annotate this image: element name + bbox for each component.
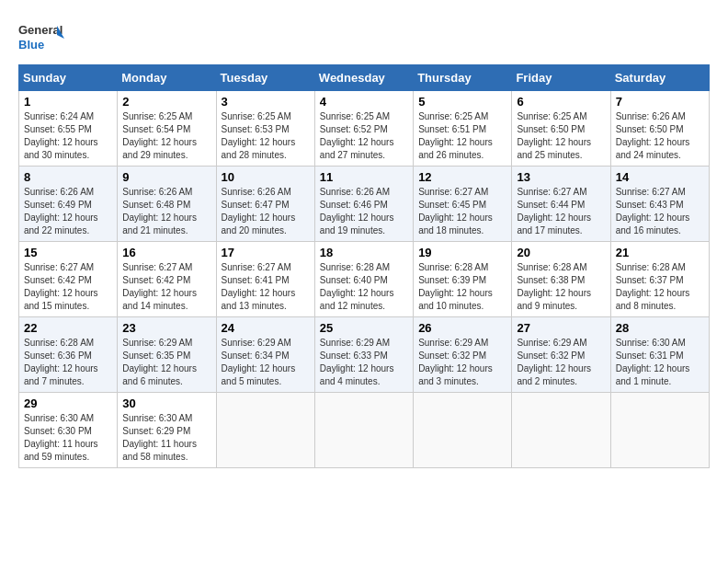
calendar-cell: 5 Sunrise: 6:25 AM Sunset: 6:51 PM Dayli… (414, 91, 512, 167)
calendar-week-row: 29 Sunrise: 6:30 AM Sunset: 6:30 PM Dayl… (19, 393, 710, 468)
day-number: 3 (222, 95, 310, 109)
calendar-cell: 17 Sunrise: 6:27 AM Sunset: 6:41 PM Dayl… (216, 242, 314, 317)
day-number: 27 (517, 321, 605, 335)
day-info: Sunrise: 6:26 AM Sunset: 6:50 PM Dayligh… (616, 110, 704, 162)
day-info: Sunrise: 6:27 AM Sunset: 6:42 PM Dayligh… (24, 261, 112, 313)
calendar-week-row: 1 Sunrise: 6:24 AM Sunset: 6:55 PM Dayli… (19, 91, 710, 167)
day-number: 28 (616, 321, 704, 335)
calendar-cell: 23 Sunrise: 6:29 AM Sunset: 6:35 PM Dayl… (118, 317, 216, 393)
day-info: Sunrise: 6:29 AM Sunset: 6:32 PM Dayligh… (418, 337, 506, 388)
svg-text:General: General (18, 23, 63, 37)
day-number: 16 (122, 246, 210, 259)
day-number: 18 (320, 246, 408, 259)
day-number: 13 (517, 170, 605, 184)
day-number: 12 (418, 170, 506, 184)
day-number: 2 (122, 95, 210, 109)
day-number: 25 (320, 321, 408, 335)
day-info: Sunrise: 6:30 AM Sunset: 6:29 PM Dayligh… (122, 412, 210, 464)
logo-svg: General Blue (18, 18, 64, 55)
day-number: 4 (320, 95, 408, 109)
day-info: Sunrise: 6:25 AM Sunset: 6:54 PM Dayligh… (122, 110, 210, 162)
calendar-cell: 7 Sunrise: 6:26 AM Sunset: 6:50 PM Dayli… (610, 91, 709, 167)
day-info: Sunrise: 6:25 AM Sunset: 6:52 PM Dayligh… (320, 110, 408, 162)
day-number: 14 (616, 170, 704, 184)
day-number: 21 (616, 246, 704, 259)
day-info: Sunrise: 6:25 AM Sunset: 6:53 PM Dayligh… (222, 110, 310, 162)
day-number: 6 (517, 95, 605, 109)
day-info: Sunrise: 6:29 AM Sunset: 6:33 PM Dayligh… (320, 337, 408, 388)
header-wednesday: Wednesday (314, 65, 413, 91)
day-info: Sunrise: 6:28 AM Sunset: 6:40 PM Dayligh… (320, 261, 408, 313)
calendar-cell: 16 Sunrise: 6:27 AM Sunset: 6:42 PM Dayl… (118, 242, 216, 317)
calendar-cell: 1 Sunrise: 6:24 AM Sunset: 6:55 PM Dayli… (19, 91, 118, 167)
calendar-cell: 20 Sunrise: 6:28 AM Sunset: 6:38 PM Dayl… (512, 242, 610, 317)
calendar-cell: 29 Sunrise: 6:30 AM Sunset: 6:30 PM Dayl… (19, 393, 118, 468)
calendar-cell: 6 Sunrise: 6:25 AM Sunset: 6:50 PM Dayli… (512, 91, 610, 167)
page-header: General Blue (18, 18, 710, 55)
day-number: 15 (24, 246, 112, 259)
calendar-week-row: 8 Sunrise: 6:26 AM Sunset: 6:49 PM Dayli… (19, 167, 710, 242)
calendar-cell: 28 Sunrise: 6:30 AM Sunset: 6:31 PM Dayl… (610, 317, 709, 393)
calendar-cell (414, 393, 512, 468)
calendar-cell: 10 Sunrise: 6:26 AM Sunset: 6:47 PM Dayl… (216, 167, 314, 242)
day-number: 17 (222, 246, 310, 259)
day-number: 1 (24, 95, 112, 109)
day-number: 7 (616, 95, 704, 109)
calendar-cell: 15 Sunrise: 6:27 AM Sunset: 6:42 PM Dayl… (19, 242, 118, 317)
calendar-cell: 24 Sunrise: 6:29 AM Sunset: 6:34 PM Dayl… (216, 317, 314, 393)
header-tuesday: Tuesday (216, 65, 314, 91)
calendar-cell: 4 Sunrise: 6:25 AM Sunset: 6:52 PM Dayli… (314, 91, 413, 167)
calendar-cell: 30 Sunrise: 6:30 AM Sunset: 6:29 PM Dayl… (118, 393, 216, 468)
calendar-cell: 22 Sunrise: 6:28 AM Sunset: 6:36 PM Dayl… (19, 317, 118, 393)
header-friday: Friday (512, 65, 610, 91)
day-number: 24 (222, 321, 310, 335)
calendar-cell: 12 Sunrise: 6:27 AM Sunset: 6:45 PM Dayl… (414, 167, 512, 242)
day-info: Sunrise: 6:30 AM Sunset: 6:31 PM Dayligh… (616, 337, 704, 388)
day-number: 10 (222, 170, 310, 184)
calendar-cell: 18 Sunrise: 6:28 AM Sunset: 6:40 PM Dayl… (314, 242, 413, 317)
day-info: Sunrise: 6:27 AM Sunset: 6:42 PM Dayligh… (122, 261, 210, 313)
day-info: Sunrise: 6:28 AM Sunset: 6:39 PM Dayligh… (418, 261, 506, 313)
day-info: Sunrise: 6:29 AM Sunset: 6:34 PM Dayligh… (222, 337, 310, 388)
calendar-cell: 21 Sunrise: 6:28 AM Sunset: 6:37 PM Dayl… (610, 242, 709, 317)
day-number: 11 (320, 170, 408, 184)
day-number: 26 (418, 321, 506, 335)
day-info: Sunrise: 6:29 AM Sunset: 6:35 PM Dayligh… (122, 337, 210, 388)
day-info: Sunrise: 6:26 AM Sunset: 6:48 PM Dayligh… (122, 186, 210, 237)
svg-text:Blue: Blue (18, 38, 44, 52)
day-number: 23 (122, 321, 210, 335)
day-info: Sunrise: 6:24 AM Sunset: 6:55 PM Dayligh… (24, 110, 112, 162)
header-sunday: Sunday (19, 65, 118, 91)
day-info: Sunrise: 6:28 AM Sunset: 6:38 PM Dayligh… (517, 261, 605, 313)
calendar-cell: 25 Sunrise: 6:29 AM Sunset: 6:33 PM Dayl… (314, 317, 413, 393)
day-info: Sunrise: 6:26 AM Sunset: 6:47 PM Dayligh… (222, 186, 310, 237)
calendar-cell (314, 393, 413, 468)
calendar-cell: 27 Sunrise: 6:29 AM Sunset: 6:32 PM Dayl… (512, 317, 610, 393)
day-info: Sunrise: 6:26 AM Sunset: 6:46 PM Dayligh… (320, 186, 408, 237)
calendar-cell (216, 393, 314, 468)
calendar-week-row: 22 Sunrise: 6:28 AM Sunset: 6:36 PM Dayl… (19, 317, 710, 393)
day-number: 22 (24, 321, 112, 335)
day-number: 5 (418, 95, 506, 109)
day-info: Sunrise: 6:26 AM Sunset: 6:49 PM Dayligh… (24, 186, 112, 237)
calendar-week-row: 15 Sunrise: 6:27 AM Sunset: 6:42 PM Dayl… (19, 242, 710, 317)
day-info: Sunrise: 6:30 AM Sunset: 6:30 PM Dayligh… (24, 412, 112, 464)
calendar-table: SundayMondayTuesdayWednesdayThursdayFrid… (18, 64, 710, 468)
day-info: Sunrise: 6:25 AM Sunset: 6:51 PM Dayligh… (418, 110, 506, 162)
calendar-cell: 11 Sunrise: 6:26 AM Sunset: 6:46 PM Dayl… (314, 167, 413, 242)
day-info: Sunrise: 6:27 AM Sunset: 6:41 PM Dayligh… (222, 261, 310, 313)
day-number: 29 (24, 396, 112, 410)
day-info: Sunrise: 6:28 AM Sunset: 6:37 PM Dayligh… (616, 261, 704, 313)
day-info: Sunrise: 6:27 AM Sunset: 6:45 PM Dayligh… (418, 186, 506, 237)
calendar-header-row: SundayMondayTuesdayWednesdayThursdayFrid… (19, 65, 710, 91)
logo: General Blue (18, 18, 64, 55)
calendar-cell: 13 Sunrise: 6:27 AM Sunset: 6:44 PM Dayl… (512, 167, 610, 242)
day-number: 30 (122, 396, 210, 410)
calendar-cell: 2 Sunrise: 6:25 AM Sunset: 6:54 PM Dayli… (118, 91, 216, 167)
calendar-cell: 26 Sunrise: 6:29 AM Sunset: 6:32 PM Dayl… (414, 317, 512, 393)
calendar-cell (512, 393, 610, 468)
calendar-cell: 3 Sunrise: 6:25 AM Sunset: 6:53 PM Dayli… (216, 91, 314, 167)
header-saturday: Saturday (610, 65, 709, 91)
day-info: Sunrise: 6:29 AM Sunset: 6:32 PM Dayligh… (517, 337, 605, 388)
day-number: 9 (122, 170, 210, 184)
